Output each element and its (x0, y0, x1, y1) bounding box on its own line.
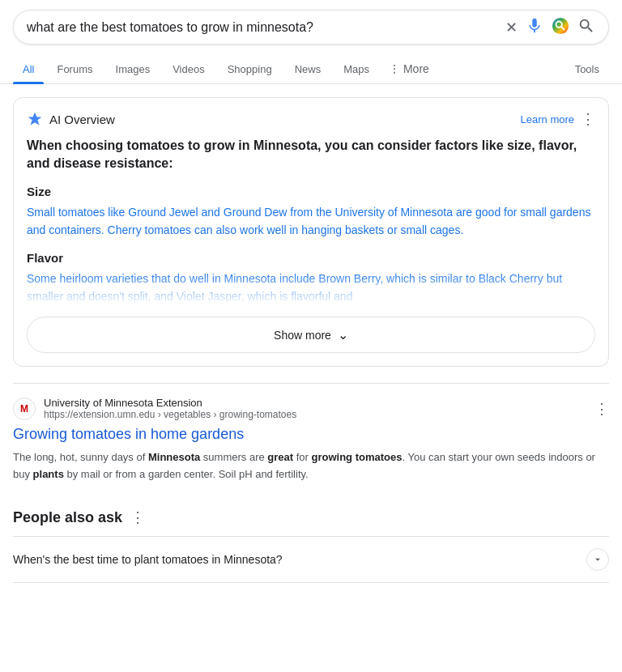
result-source-name: University of Minnesota Extension (44, 397, 586, 409)
ai-flavor-title: Flavor (27, 251, 595, 265)
tab-shopping[interactable]: Shopping (218, 55, 282, 83)
nav-tabs: All Forums Images Videos Shopping News M… (0, 54, 622, 84)
search-bar-container: what are the best tomatoes to grow in mi… (0, 0, 622, 54)
people-also-ask-section: People also ask ⋮ When's the best time t… (13, 508, 609, 583)
ai-overview-actions: Learn more ⋮ (521, 112, 595, 126)
lens-icon[interactable] (552, 17, 569, 37)
paa-options-icon[interactable]: ⋮ (130, 508, 145, 526)
search-bar: what are the best tomatoes to grow in mi… (13, 10, 609, 45)
ai-flavor-container: Some heirloom varieties that do well in … (27, 270, 595, 306)
ai-diamond-icon (27, 111, 43, 127)
more-dots-icon: ⋮ (389, 62, 400, 75)
show-more-button[interactable]: Show more ⌄ (27, 317, 595, 353)
ai-options-icon[interactable]: ⋮ (581, 112, 595, 126)
ai-overview-container: AI Overview Learn more ⋮ When choosing t… (13, 97, 609, 367)
paa-item[interactable]: When's the best time to plant tomatoes i… (13, 537, 609, 583)
result-url: https://extension.umn.edu › vegetables ›… (44, 409, 586, 420)
main-content: AI Overview Learn more ⋮ When choosing t… (0, 84, 622, 583)
paa-question: When's the best time to plant tomatoes i… (13, 553, 283, 566)
result-favicon: M (13, 398, 36, 420)
search-query-text: what are the best tomatoes to grow in mi… (27, 20, 499, 35)
tab-images[interactable]: Images (106, 55, 160, 83)
result-source: M University of Minnesota Extension http… (13, 397, 609, 420)
result-snippet: The long, hot, sunny days of Minnesota s… (13, 449, 609, 483)
search-icons: ✕ (505, 17, 595, 37)
tab-forums[interactable]: Forums (47, 55, 102, 83)
result-title[interactable]: Growing tomatoes in home gardens (13, 425, 609, 444)
tab-all[interactable]: All (13, 55, 44, 83)
tab-news[interactable]: News (285, 55, 331, 83)
svg-point-0 (552, 18, 569, 34)
clear-icon[interactable]: ✕ (505, 19, 518, 36)
ai-fade-overlay (27, 273, 595, 305)
more-label: More (403, 62, 429, 75)
ai-size-title: Size (27, 185, 595, 198)
tab-maps[interactable]: Maps (334, 55, 379, 83)
ai-overview-header: AI Overview Learn more ⋮ (27, 111, 595, 127)
result-options-icon[interactable]: ⋮ (594, 400, 609, 418)
paa-chevron-icon (586, 548, 609, 571)
ai-size-body: Small tomatoes like Ground Jewel and Gro… (27, 203, 595, 240)
ai-overview-title: AI Overview (27, 111, 115, 127)
divider-1 (13, 383, 609, 384)
mic-icon[interactable] (526, 17, 543, 37)
search-submit-icon[interactable] (577, 17, 595, 37)
show-more-label: Show more (274, 329, 331, 342)
ai-main-text: When choosing tomatoes to grow in Minnes… (27, 137, 595, 173)
tab-videos[interactable]: Videos (163, 55, 215, 83)
ai-overview-label: AI Overview (49, 113, 115, 126)
result-source-info: University of Minnesota Extension https:… (44, 397, 586, 420)
tools-button[interactable]: Tools (565, 55, 609, 83)
paa-header: People also ask ⋮ (13, 508, 609, 526)
paa-title: People also ask (13, 509, 122, 526)
learn-more-link[interactable]: Learn more (521, 113, 574, 125)
favicon-letter: M (20, 403, 28, 415)
more-tab[interactable]: ⋮ More (382, 54, 436, 83)
search-result-item: M University of Minnesota Extension http… (13, 397, 609, 495)
chevron-down-icon: ⌄ (338, 327, 348, 342)
